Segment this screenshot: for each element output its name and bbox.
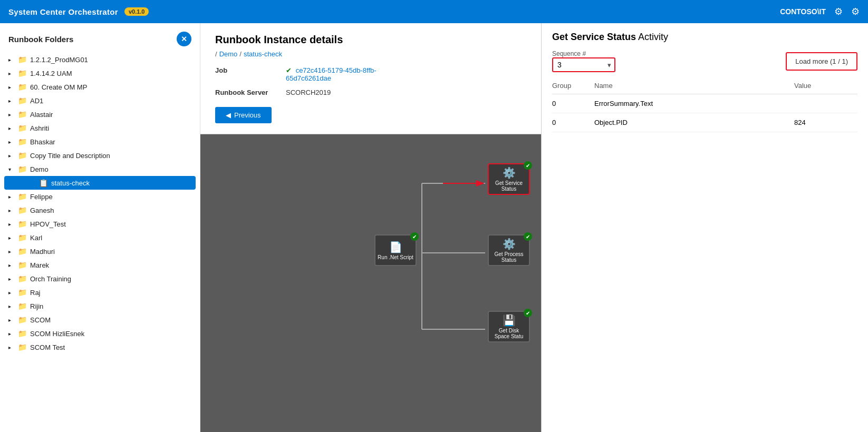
- get-service-label: Get Service Status: [491, 180, 527, 192]
- instance-fields: Job ✔ ce72c416-5179-45db-8ffb-65d7c6261d…: [215, 66, 526, 96]
- sidebar-item-label: SCOM Test: [30, 343, 65, 351]
- sidebar-item-Ganesh[interactable]: ▸ 📁 Ganesh: [0, 203, 200, 217]
- right-panel-header: Get Service Status Activity Sequence # 3…: [542, 23, 868, 77]
- load-more-button[interactable]: Load more (1 / 1): [786, 52, 857, 71]
- get-service-check-icon: ✔: [524, 161, 532, 170]
- sidebar-close-button[interactable]: ✕: [177, 32, 191, 46]
- right-panel-title-strong: Get Service Status: [552, 32, 636, 42]
- chevron-icon: ▸: [8, 112, 15, 117]
- folder-icon: 📁: [18, 261, 27, 269]
- row-group: 0: [552, 119, 594, 126]
- table-rows: 0 ErrorSummary.Text 0 Object.PID 824: [552, 94, 857, 132]
- sidebar-item-label: Alastair: [30, 111, 53, 119]
- chevron-icon: ▸: [8, 317, 15, 323]
- job-id-link[interactable]: ce72c416-5179-45db-8ffb-65d7c6261dae: [286, 66, 377, 82]
- breadcrumb-status-check[interactable]: status-check: [244, 50, 282, 58]
- get-service-icon: ⚙️: [503, 166, 516, 179]
- folder-icon: 📁: [18, 83, 27, 91]
- sidebar-item-label: Madhuri: [30, 248, 55, 256]
- sidebar-item-Alastair[interactable]: ▸ 📁 Alastair: [0, 107, 200, 121]
- folder-icon: 📁: [18, 233, 27, 242]
- content-area: Runbook Instance details / Demo / status…: [200, 23, 541, 432]
- breadcrumb-demo[interactable]: Demo: [219, 50, 238, 58]
- chevron-icon: ▸: [8, 235, 15, 241]
- sidebar-item-Felippe[interactable]: ▸ 📁 Felippe: [0, 190, 200, 203]
- instance-panel: Runbook Instance details / Demo / status…: [200, 23, 541, 134]
- node-get-process-status[interactable]: ✔ ⚙️ Get Process Status: [488, 234, 530, 266]
- folder-icon: 📁: [18, 165, 27, 173]
- table-row: 0 Object.PID 824: [552, 113, 857, 132]
- get-process-icon: ⚙️: [503, 238, 516, 250]
- sidebar-item-Madhuri[interactable]: ▸ 📁 Madhuri: [0, 244, 200, 258]
- breadcrumb-separator2: /: [239, 50, 242, 58]
- sidebar-item-label: Felippe: [30, 193, 53, 201]
- chevron-icon: ▸: [8, 84, 15, 90]
- sidebar-item-label: Orch Training: [30, 275, 71, 283]
- sidebar-item-status-check[interactable]: 📋 status-check: [4, 176, 196, 190]
- right-panel-title: Get Service Status Activity: [552, 32, 857, 43]
- breadcrumb: / Demo / status-check: [215, 50, 526, 58]
- table-header: Group Name Value: [552, 77, 857, 94]
- node-get-disk-space[interactable]: ✔ 💾 Get Disk Space Statu: [488, 311, 530, 342]
- sidebar-item-60[interactable]: ▸ 📁 60. Create OM MP: [0, 80, 200, 94]
- sidebar-item-OrchTraining[interactable]: ▸ 📁 Orch Training: [0, 272, 200, 286]
- sidebar-item-HPOV_Test[interactable]: ▸ 📁 HPOV_Test: [0, 217, 200, 231]
- folder-icon: 📁: [18, 288, 27, 297]
- sidebar-item-SCOMHizli[interactable]: ▸ 📁 SCOM HizliEsnek: [0, 327, 200, 340]
- folder-icon: 📁: [18, 55, 27, 64]
- folder-icon: 📁: [18, 247, 27, 256]
- sidebar-item-label: 1.4.14.2 UAM: [30, 70, 72, 77]
- sequence-select[interactable]: 3: [552, 57, 615, 72]
- settings-icon[interactable]: ⚙: [834, 6, 843, 17]
- sidebar-item-1212[interactable]: ▸ 📁 1.2.1.2_ProdMG01: [0, 53, 200, 66]
- diagram-area: ✔ 📄 Run .Net Script ✔ ⚙️ Get Service Sta…: [200, 134, 541, 432]
- sidebar-item-label: Copy Title and Description: [30, 152, 110, 160]
- job-label: Job: [215, 66, 273, 74]
- sidebar-item-Karl[interactable]: ▸ 📁 Karl: [0, 231, 200, 244]
- sidebar-scroll[interactable]: ▸ 📁 1.2.1.2_ProdMG01 ▸ 📁 1.4.14.2 UAM ▸ …: [0, 51, 200, 432]
- sidebar-item-label: SCOM: [30, 316, 51, 324]
- chevron-icon: ▸: [8, 139, 15, 145]
- chevron-icon: ▸: [8, 262, 15, 268]
- topbar: System Center Orchestrator v0.1.0 CONTOS…: [0, 0, 868, 23]
- folder-icon: 📋: [39, 179, 48, 187]
- sidebar-item-Marek[interactable]: ▸ 📁 Marek: [0, 258, 200, 272]
- sidebar-item-SCOM[interactable]: ▸ 📁 SCOM: [0, 313, 200, 327]
- sidebar-item-Demo[interactable]: ▾ 📁 Demo: [0, 162, 200, 176]
- col-group: Group: [552, 82, 594, 90]
- server-value: SCORCH2019: [286, 89, 331, 96]
- sidebar-item-Raj[interactable]: ▸ 📁 Raj: [0, 286, 200, 299]
- sidebar-item-label: 1.2.1.2_ProdMG01: [30, 56, 88, 64]
- node-run-net-script[interactable]: ✔ 📄 Run .Net Script: [374, 234, 417, 266]
- row-name: ErrorSummary.Text: [594, 100, 794, 107]
- sidebar-item-CopyTitle[interactable]: ▸ 📁 Copy Title and Description: [0, 149, 200, 162]
- get-process-label: Get Process Status: [491, 251, 527, 263]
- run-net-check-icon: ✔: [410, 232, 419, 241]
- sidebar-item-SCOMTest[interactable]: ▸ 📁 SCOM Test: [0, 340, 200, 354]
- sidebar-item-label: Marek: [30, 261, 49, 269]
- topbar-right: CONTOSO\IT ⚙ ⚙: [780, 6, 860, 17]
- sidebar-item-Ashriti[interactable]: ▸ 📁 Ashriti: [0, 121, 200, 135]
- row-group: 0: [552, 100, 594, 107]
- job-check-icon: ✔: [286, 66, 292, 74]
- chevron-icon: ▸: [8, 71, 15, 76]
- get-disk-icon: 💾: [503, 314, 516, 327]
- chevron-icon: ▸: [8, 153, 15, 159]
- sidebar-item-1414[interactable]: ▸ 📁 1.4.14.2 UAM: [0, 66, 200, 80]
- sidebar-item-Rijin[interactable]: ▸ 📁 Rijin: [0, 299, 200, 313]
- server-label: Runbook Server: [215, 89, 273, 96]
- gear-icon[interactable]: ⚙: [851, 6, 860, 17]
- chevron-icon: ▾: [8, 166, 15, 172]
- topbar-left: System Center Orchestrator v0.1.0: [8, 7, 149, 16]
- sidebar-item-label: Bhaskar: [30, 138, 55, 146]
- row-name: Object.PID: [594, 119, 794, 126]
- right-panel: Get Service Status Activity Sequence # 3…: [541, 23, 868, 432]
- sidebar-item-AD1[interactable]: ▸ 📁 AD1: [0, 94, 200, 107]
- sidebar-item-Bhaskar[interactable]: ▸ 📁 Bhaskar: [0, 135, 200, 149]
- sidebar-item-label: Raj: [30, 289, 41, 297]
- prev-label: Previous: [234, 111, 261, 119]
- node-get-service-status[interactable]: ✔ ⚙️ Get Service Status: [488, 163, 530, 195]
- previous-button[interactable]: ◀ Previous: [215, 107, 272, 123]
- folder-icon: 📁: [18, 138, 27, 146]
- sequence-row: Sequence # 3 Load more (1 / 1): [552, 50, 857, 72]
